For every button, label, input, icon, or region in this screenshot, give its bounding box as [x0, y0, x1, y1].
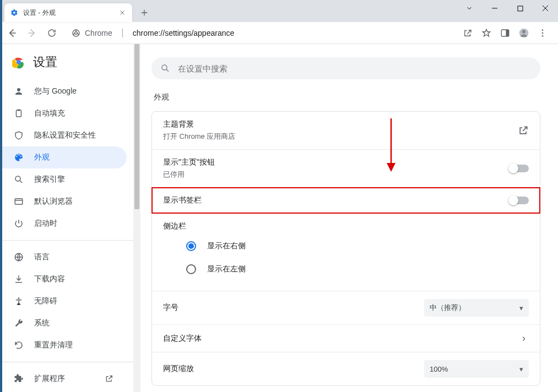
sidebar-item-label: 重置并清理 [34, 340, 73, 350]
share-button[interactable] [459, 24, 476, 42]
sidebar-item-on-startup[interactable]: 启动时 [0, 213, 127, 235]
sidebar-item-label: 隐私设置和安全性 [34, 130, 96, 140]
page-zoom-select[interactable]: 100% ▾ [424, 360, 529, 378]
sidebar-item-languages[interactable]: 语言 [0, 246, 127, 268]
font-size-value: 中（推荐） [430, 303, 465, 313]
sidebar-item-label: 无障碍 [34, 296, 57, 306]
sidebar-scrollbar[interactable] [133, 44, 140, 392]
settings-content: 外观 主题背景 打开 Chrome 应用商店 显示"主页"按钮 已停用 [140, 44, 558, 392]
sidebar-item-appearance[interactable]: 外观 [0, 146, 127, 168]
sidebar-item-system[interactable]: 系统 [0, 312, 127, 334]
sidebar-item-autofill[interactable]: 自动填充 [0, 102, 127, 124]
search-icon [160, 63, 170, 73]
sidebar-item-privacy[interactable]: 隐私设置和安全性 [0, 124, 127, 146]
browser-tab[interactable]: 设置 - 外观 [4, 3, 132, 22]
sidepanel-toolbar-button[interactable] [496, 24, 514, 42]
restore-icon [13, 340, 24, 351]
kebab-menu-button[interactable] [534, 24, 551, 42]
row-custom-fonts[interactable]: 自定义字体 › [152, 325, 540, 352]
row-bookmarks-title: 显示书签栏 [163, 195, 509, 205]
chrome-logo-icon [12, 56, 25, 69]
sidebar-item-label: 搜索引擎 [34, 175, 65, 184]
back-button[interactable] [3, 24, 21, 42]
sidebar-item-downloads[interactable]: 下载内容 [0, 268, 127, 290]
sidebar-item-search-engine[interactable]: 搜索引擎 [0, 168, 127, 190]
sidebar-item-accessibility[interactable]: 无障碍 [0, 290, 127, 312]
row-home-button: 显示"主页"按钮 已停用 [152, 150, 540, 188]
svg-rect-0 [518, 6, 523, 11]
globe-icon [13, 252, 24, 263]
person-icon [13, 86, 24, 97]
maximize-button[interactable] [507, 0, 533, 17]
home-button-toggle[interactable] [509, 165, 529, 172]
browser-icon [13, 196, 24, 207]
svg-point-8 [542, 32, 544, 34]
sidebar-item-extensions[interactable]: 扩展程序 [0, 368, 127, 390]
sidebar-item-label: 自动填充 [34, 108, 65, 118]
sidebar-item-label: 启动时 [34, 219, 57, 228]
sidebar-item-you-and-google[interactable]: 您与 Google [0, 80, 127, 102]
forward-button[interactable] [23, 24, 41, 42]
row-sidepanel: 侧边栏 显示在右侧 显示在左侧 [152, 214, 540, 291]
power-icon [13, 218, 24, 229]
close-tab-button[interactable] [118, 8, 127, 17]
row-font-size: 字号 中（推荐） ▾ [152, 291, 540, 325]
svg-rect-14 [17, 110, 21, 117]
settings-sidebar: 设置 您与 Google 自动填充 隐私设置和安全性 外观 [0, 44, 133, 392]
minimize-button[interactable] [482, 0, 507, 17]
close-window-button[interactable] [533, 0, 558, 17]
appearance-card: 主题背景 打开 Chrome 应用商店 显示"主页"按钮 已停用 [151, 111, 540, 386]
external-link-icon[interactable] [518, 125, 529, 136]
row-page-zoom: 网页缩放 100% ▾ [152, 352, 540, 385]
radio-left[interactable] [186, 264, 196, 274]
scrollbar-thumb[interactable] [134, 44, 139, 209]
row-bookmarks-bar: 显示书签栏 [152, 188, 540, 214]
chevron-right-icon: › [519, 333, 529, 344]
reload-button[interactable] [43, 24, 61, 42]
url-text: chrome://settings/appearance [133, 29, 234, 37]
sidebar-item-default-browser[interactable]: 默认浏览器 [0, 190, 127, 213]
sidebar-item-label: 语言 [34, 252, 50, 262]
sidebar-item-reset[interactable]: 重置并清理 [0, 334, 127, 356]
svg-point-19 [18, 297, 20, 299]
svg-rect-15 [18, 110, 20, 111]
svg-point-7 [542, 29, 544, 31]
radio-right[interactable] [186, 241, 196, 251]
download-icon [13, 274, 24, 285]
sidebar-item-label: 您与 Google [34, 86, 77, 96]
address-bar[interactable]: Chrome chrome://settings/appearance [66, 25, 453, 41]
origin-label: Chrome [85, 29, 112, 37]
svg-point-13 [17, 88, 20, 91]
gear-icon [10, 8, 19, 17]
row-fontsize-title: 字号 [163, 303, 424, 313]
chrome-origin-icon [72, 29, 80, 37]
row-theme[interactable]: 主题背景 打开 Chrome 应用商店 [152, 112, 540, 150]
svg-rect-17 [15, 199, 23, 205]
sidebar-item-label: 系统 [34, 318, 50, 328]
chevron-down-icon[interactable] [457, 0, 482, 17]
search-icon [13, 174, 24, 185]
search-input[interactable] [178, 64, 532, 73]
bookmark-button[interactable] [478, 24, 495, 42]
caret-down-icon: ▾ [519, 365, 523, 373]
profile-button[interactable] [515, 24, 533, 42]
svg-point-9 [542, 35, 544, 36]
svg-point-6 [522, 30, 526, 33]
new-tab-button[interactable] [137, 5, 152, 20]
bookmarks-bar-toggle[interactable] [509, 197, 529, 204]
svg-rect-4 [506, 30, 509, 36]
page-zoom-value: 100% [430, 365, 448, 373]
sidebar-item-label: 扩展程序 [34, 374, 65, 384]
row-sidepanel-title: 侧边栏 [163, 221, 529, 231]
font-size-select[interactable]: 中（推荐） ▾ [424, 299, 529, 317]
row-home-title: 显示"主页"按钮 [163, 157, 509, 167]
svg-point-16 [15, 176, 20, 181]
settings-search[interactable] [151, 57, 540, 79]
window-titlebar: 设置 - 外观 [0, 0, 558, 22]
left-edge-strip [0, 0, 2, 392]
sidebar-item-label: 默认浏览器 [34, 197, 73, 206]
radio-left-label: 显示在左侧 [207, 264, 246, 274]
row-zoom-title: 网页缩放 [163, 364, 424, 374]
window-controls [457, 0, 558, 17]
svg-point-2 [75, 31, 78, 34]
